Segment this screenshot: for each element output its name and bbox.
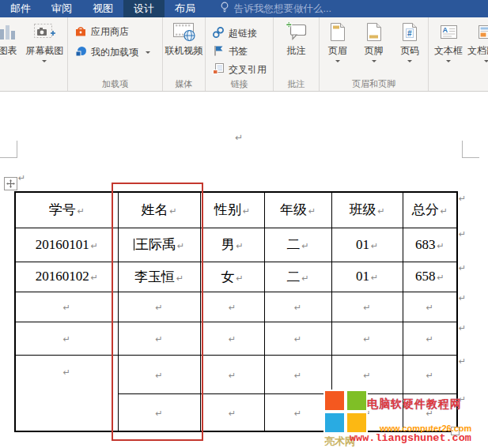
new-comment-button[interactable]: 批注: [286, 17, 308, 58]
quick-parts-button[interactable]: 文档部件: [467, 17, 488, 62]
cell-grade[interactable]: 二↵: [264, 262, 331, 292]
dropdown-arrow-icon: [42, 60, 47, 62]
table-move-handle[interactable]: [4, 177, 17, 190]
quick-parts-icon: [478, 21, 488, 43]
group-label-media: 媒体: [165, 79, 203, 91]
empty-cell-merged[interactable]: ↵: [15, 355, 118, 431]
online-video-button[interactable]: 联机视频: [165, 17, 203, 58]
table-row: 20160102↵ 李玉恒↵ 女↵ 二↵ 01↵ 658↵: [15, 262, 457, 292]
cell-student-id[interactable]: 20160102↵: [15, 262, 118, 292]
text-boundary-mark-left: [0, 157, 17, 158]
tab-mailings[interactable]: 邮件: [0, 0, 41, 17]
header-cell-student-id[interactable]: 学号↵: [15, 192, 118, 228]
page-number-button[interactable]: # 页码: [393, 17, 426, 62]
textbox-button[interactable]: A 文本框: [432, 17, 465, 62]
tab-layout[interactable]: 布局: [165, 0, 206, 17]
ribbon-group-comments: 批注 批注: [274, 17, 320, 91]
move-arrows-icon: [6, 179, 15, 188]
cell-class[interactable]: 01↵: [331, 262, 403, 292]
hyperlink-button[interactable]: 超链接: [212, 26, 257, 41]
chart-button[interactable]: 图表: [0, 17, 24, 58]
cell-total[interactable]: 683↵: [403, 228, 457, 262]
table-row-empty: ↵ ↵ ↵ ↵ ↵ ↵: [15, 355, 457, 393]
empty-cell[interactable]: ↵: [264, 322, 331, 355]
empty-cell[interactable]: ↵: [264, 292, 331, 322]
dropdown-arrow-icon: [484, 60, 488, 62]
header-cell-gender[interactable]: 性别↵: [200, 192, 264, 228]
empty-cell[interactable]: ↵: [331, 322, 403, 355]
svg-text:#: #: [407, 28, 412, 37]
group-label-illustrations: [2, 79, 66, 91]
empty-cell[interactable]: ↵: [331, 393, 403, 431]
header-button[interactable]: 页眉: [321, 17, 354, 62]
row-end-mark: ↵: [459, 357, 466, 366]
dropdown-arrow-icon: [407, 60, 412, 62]
empty-cell[interactable]: ↵: [331, 292, 403, 322]
header-icon: [330, 21, 346, 43]
group-label-comments: 批注: [275, 79, 317, 91]
empty-cell[interactable]: ↵: [200, 322, 264, 355]
empty-cell[interactable]: ↵: [15, 322, 118, 355]
cross-reference-icon: [212, 62, 225, 77]
lightbulb-icon: [220, 2, 229, 16]
row-end-mark: ↵: [459, 194, 466, 203]
row-end-mark: ↵: [459, 324, 466, 333]
tab-design[interactable]: 设计: [123, 0, 165, 17]
footer-button[interactable]: 页脚: [357, 17, 391, 62]
empty-cell[interactable]: ↵: [403, 355, 457, 393]
paragraph-mark: ↵: [235, 133, 243, 142]
cross-reference-button[interactable]: 交叉引用: [212, 62, 267, 77]
text-boundary-mark-right: [462, 157, 479, 158]
group-label-addins: 加载项: [70, 79, 161, 91]
ribbon-group-text: A 文本框 文档部件: [429, 17, 488, 91]
group-label-links: 链接: [207, 79, 271, 91]
table-row-empty: ↵ ↵ ↵ ↵ ↵ ↵: [15, 292, 457, 322]
cell-student-id[interactable]: 20160101↵: [15, 228, 118, 262]
cell-total[interactable]: 658↵: [403, 262, 457, 292]
header-cell-class[interactable]: 班级↵: [331, 192, 403, 228]
empty-cell[interactable]: ↵: [200, 292, 264, 322]
empty-cell[interactable]: ↵: [403, 393, 457, 431]
empty-cell[interactable]: ↵: [264, 355, 331, 393]
screenshot-button[interactable]: 屏幕截图: [24, 17, 66, 62]
text-boundary-mark-left: [17, 141, 17, 158]
text-boundary-mark-right: [462, 141, 463, 158]
table-resize-handle[interactable]: [451, 427, 460, 435]
cell-gender[interactable]: 男↵: [200, 228, 264, 262]
my-addins-button[interactable]: 我的加载项: [74, 45, 150, 60]
bookmark-button[interactable]: 书签: [212, 44, 248, 59]
cell-grade[interactable]: 二↵: [264, 228, 331, 262]
document-canvas[interactable]: ↵ ↵ 学号↵ 姓名↵ 性别↵ 年级↵ 班级↵ 总分↵ 20160101↵ 王际…: [0, 92, 488, 448]
table-row: 20160101↵ 王际禹↵ 男↵ 二↵ 01↵ 683↵: [15, 228, 457, 262]
empty-cell[interactable]: ↵: [200, 393, 264, 431]
ribbon-group-illustrations: 图表 屏幕截图: [0, 17, 68, 91]
tell-me-placeholder: 告诉我您想要做什么...: [234, 2, 331, 16]
ribbon-group-header-footer: 页眉 页脚 # 页码 页眉和页脚: [320, 17, 429, 91]
header-cell-grade[interactable]: 年级↵: [264, 192, 331, 228]
empty-cell[interactable]: ↵: [403, 292, 457, 322]
empty-cell[interactable]: ↵: [264, 393, 331, 431]
online-video-icon: [172, 21, 196, 43]
word-window: 邮件 审阅 视图 设计 布局 告诉我您想要做什么... 图表: [0, 0, 488, 448]
row-end-mark: ↵: [459, 264, 466, 273]
empty-cell[interactable]: ↵: [15, 292, 118, 322]
comment-icon: [286, 21, 308, 43]
header-cell-total[interactable]: 总分↵: [403, 192, 457, 228]
cell-class[interactable]: 01↵: [331, 228, 403, 262]
tell-me-box[interactable]: 告诉我您想要做什么...: [214, 0, 338, 17]
tab-review[interactable]: 审阅: [41, 0, 82, 17]
group-label-header-footer: 页眉和页脚: [321, 79, 426, 91]
empty-cell[interactable]: ↵: [403, 322, 457, 355]
screenshot-icon: [34, 21, 55, 43]
table-header-row: 学号↵ 姓名↵ 性别↵ 年级↵ 班级↵ 总分↵: [15, 192, 457, 228]
empty-cell[interactable]: ↵: [331, 355, 403, 393]
empty-cell[interactable]: ↵: [200, 355, 264, 393]
chart-icon: [0, 21, 17, 43]
footer-icon: [366, 21, 382, 43]
row-end-mark: ↵: [459, 230, 466, 239]
tab-view[interactable]: 视图: [82, 0, 123, 17]
paragraph-mark: ↵: [18, 174, 25, 183]
app-store-button[interactable]: 应用商店: [74, 24, 129, 40]
cell-gender[interactable]: 女↵: [200, 262, 264, 292]
dropdown-arrow-icon: [335, 60, 340, 62]
